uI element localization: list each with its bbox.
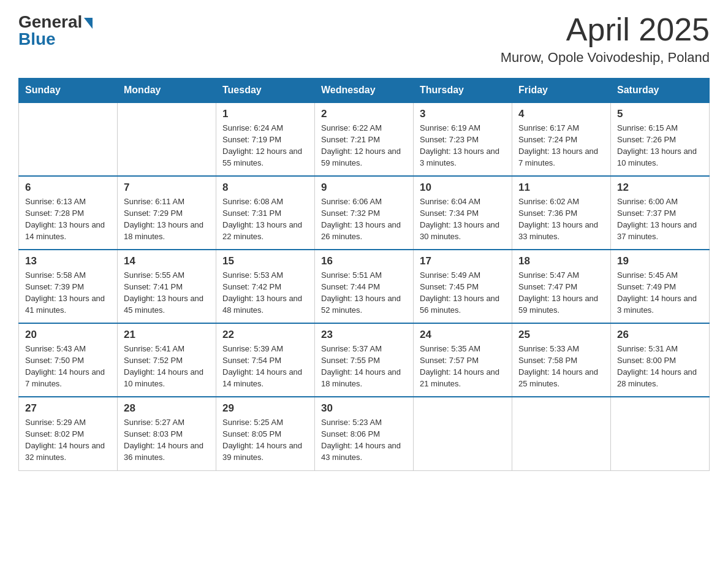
- calendar-cell: 16Sunrise: 5:51 AMSunset: 7:44 PMDayligh…: [315, 250, 414, 323]
- day-number: 3: [420, 108, 506, 120]
- calendar-cell: 23Sunrise: 5:37 AMSunset: 7:55 PMDayligh…: [315, 323, 414, 397]
- day-info: Sunrise: 5:29 AMSunset: 8:02 PMDaylight:…: [25, 417, 111, 463]
- day-info: Sunrise: 5:31 AMSunset: 8:00 PMDaylight:…: [617, 343, 703, 389]
- day-info: Sunrise: 6:11 AMSunset: 7:29 PMDaylight:…: [124, 196, 210, 242]
- calendar-cell: 29Sunrise: 5:25 AMSunset: 8:05 PMDayligh…: [216, 397, 315, 470]
- calendar-cell: 7Sunrise: 6:11 AMSunset: 7:29 PMDaylight…: [118, 176, 216, 250]
- calendar-cell: 11Sunrise: 6:02 AMSunset: 7:36 PMDayligh…: [512, 176, 611, 250]
- logo: General Blue: [18, 12, 93, 49]
- day-number: 15: [222, 255, 308, 267]
- calendar-cell: 8Sunrise: 6:08 AMSunset: 7:31 PMDaylight…: [216, 176, 315, 250]
- day-number: 1: [222, 108, 308, 120]
- calendar-week-1: 1Sunrise: 6:24 AMSunset: 7:19 PMDaylight…: [19, 102, 710, 176]
- day-number: 24: [420, 329, 506, 341]
- day-info: Sunrise: 5:23 AMSunset: 8:06 PMDaylight:…: [321, 417, 407, 463]
- weekday-header-saturday: Saturday: [611, 79, 710, 103]
- calendar-cell: 13Sunrise: 5:58 AMSunset: 7:39 PMDayligh…: [19, 250, 118, 323]
- calendar-cell: 10Sunrise: 6:04 AMSunset: 7:34 PMDayligh…: [414, 176, 512, 250]
- calendar-table: SundayMondayTuesdayWednesdayThursdayFrid…: [18, 78, 710, 471]
- day-number: 20: [25, 329, 111, 341]
- calendar-cell: [19, 102, 118, 176]
- month-year-title: April 2025: [501, 12, 710, 47]
- day-number: 11: [518, 182, 604, 194]
- calendar-cell: 28Sunrise: 5:27 AMSunset: 8:03 PMDayligh…: [118, 397, 216, 470]
- calendar-header: SundayMondayTuesdayWednesdayThursdayFrid…: [19, 79, 710, 103]
- day-number: 13: [25, 255, 111, 267]
- day-info: Sunrise: 6:08 AMSunset: 7:31 PMDaylight:…: [222, 196, 308, 242]
- calendar-cell: 17Sunrise: 5:49 AMSunset: 7:45 PMDayligh…: [414, 250, 512, 323]
- day-number: 8: [222, 182, 308, 194]
- day-number: 26: [617, 329, 703, 341]
- calendar-cell: 24Sunrise: 5:35 AMSunset: 7:57 PMDayligh…: [414, 323, 512, 397]
- day-number: 25: [518, 329, 604, 341]
- day-info: Sunrise: 5:47 AMSunset: 7:47 PMDaylight:…: [518, 270, 604, 316]
- calendar-cell: 26Sunrise: 5:31 AMSunset: 8:00 PMDayligh…: [611, 323, 710, 397]
- title-block: April 2025 Murow, Opole Voivodeship, Pol…: [501, 12, 710, 66]
- day-info: Sunrise: 5:55 AMSunset: 7:41 PMDaylight:…: [124, 270, 210, 316]
- day-number: 18: [518, 255, 604, 267]
- logo-blue-text: Blue: [18, 29, 56, 49]
- calendar-cell: 2Sunrise: 6:22 AMSunset: 7:21 PMDaylight…: [315, 102, 414, 176]
- day-info: Sunrise: 5:33 AMSunset: 7:58 PMDaylight:…: [518, 343, 604, 389]
- calendar-cell: 12Sunrise: 6:00 AMSunset: 7:37 PMDayligh…: [611, 176, 710, 250]
- day-info: Sunrise: 5:45 AMSunset: 7:49 PMDaylight:…: [617, 270, 703, 316]
- day-number: 28: [124, 402, 210, 415]
- calendar-cell: [512, 397, 611, 470]
- day-info: Sunrise: 6:13 AMSunset: 7:28 PMDaylight:…: [25, 196, 111, 242]
- weekday-header-sunday: Sunday: [19, 79, 118, 103]
- day-info: Sunrise: 5:27 AMSunset: 8:03 PMDaylight:…: [124, 417, 210, 463]
- weekday-header-monday: Monday: [118, 79, 216, 103]
- calendar-week-3: 13Sunrise: 5:58 AMSunset: 7:39 PMDayligh…: [19, 250, 710, 323]
- day-info: Sunrise: 5:49 AMSunset: 7:45 PMDaylight:…: [420, 270, 506, 316]
- page-header: General Blue April 2025 Murow, Opole Voi…: [18, 12, 710, 66]
- calendar-body: 1Sunrise: 6:24 AMSunset: 7:19 PMDaylight…: [19, 102, 710, 470]
- day-number: 27: [25, 402, 111, 415]
- day-number: 29: [222, 402, 308, 415]
- location-title: Murow, Opole Voivodeship, Poland: [501, 50, 710, 66]
- day-info: Sunrise: 5:51 AMSunset: 7:44 PMDaylight:…: [321, 270, 407, 316]
- day-info: Sunrise: 6:24 AMSunset: 7:19 PMDaylight:…: [222, 123, 308, 169]
- day-info: Sunrise: 5:43 AMSunset: 7:50 PMDaylight:…: [25, 343, 111, 389]
- day-number: 22: [222, 329, 308, 341]
- calendar-cell: 9Sunrise: 6:06 AMSunset: 7:32 PMDaylight…: [315, 176, 414, 250]
- calendar-cell: 30Sunrise: 5:23 AMSunset: 8:06 PMDayligh…: [315, 397, 414, 470]
- day-number: 12: [617, 182, 703, 194]
- day-info: Sunrise: 6:22 AMSunset: 7:21 PMDaylight:…: [321, 123, 407, 169]
- calendar-cell: 19Sunrise: 5:45 AMSunset: 7:49 PMDayligh…: [611, 250, 710, 323]
- day-info: Sunrise: 5:25 AMSunset: 8:05 PMDaylight:…: [222, 417, 308, 463]
- day-number: 6: [25, 182, 111, 194]
- day-number: 5: [617, 108, 703, 120]
- day-info: Sunrise: 6:04 AMSunset: 7:34 PMDaylight:…: [420, 196, 506, 242]
- day-info: Sunrise: 6:15 AMSunset: 7:26 PMDaylight:…: [617, 123, 703, 169]
- calendar-cell: 22Sunrise: 5:39 AMSunset: 7:54 PMDayligh…: [216, 323, 315, 397]
- calendar-cell: 4Sunrise: 6:17 AMSunset: 7:24 PMDaylight…: [512, 102, 611, 176]
- day-number: 2: [321, 108, 407, 120]
- calendar-cell: [414, 397, 512, 470]
- calendar-week-5: 27Sunrise: 5:29 AMSunset: 8:02 PMDayligh…: [19, 397, 710, 470]
- weekday-header-row: SundayMondayTuesdayWednesdayThursdayFrid…: [19, 79, 710, 103]
- day-info: Sunrise: 5:35 AMSunset: 7:57 PMDaylight:…: [420, 343, 506, 389]
- calendar-cell: 14Sunrise: 5:55 AMSunset: 7:41 PMDayligh…: [118, 250, 216, 323]
- calendar-cell: 18Sunrise: 5:47 AMSunset: 7:47 PMDayligh…: [512, 250, 611, 323]
- day-info: Sunrise: 6:02 AMSunset: 7:36 PMDaylight:…: [518, 196, 604, 242]
- day-info: Sunrise: 6:19 AMSunset: 7:23 PMDaylight:…: [420, 123, 506, 169]
- calendar-cell: [611, 397, 710, 470]
- calendar-week-2: 6Sunrise: 6:13 AMSunset: 7:28 PMDaylight…: [19, 176, 710, 250]
- day-info: Sunrise: 5:41 AMSunset: 7:52 PMDaylight:…: [124, 343, 210, 389]
- day-number: 21: [124, 329, 210, 341]
- calendar-cell: 27Sunrise: 5:29 AMSunset: 8:02 PMDayligh…: [19, 397, 118, 470]
- calendar-cell: 1Sunrise: 6:24 AMSunset: 7:19 PMDaylight…: [216, 102, 315, 176]
- calendar-cell: 20Sunrise: 5:43 AMSunset: 7:50 PMDayligh…: [19, 323, 118, 397]
- day-number: 23: [321, 329, 407, 341]
- day-number: 4: [518, 108, 604, 120]
- day-number: 10: [420, 182, 506, 194]
- calendar-cell: 21Sunrise: 5:41 AMSunset: 7:52 PMDayligh…: [118, 323, 216, 397]
- day-info: Sunrise: 5:37 AMSunset: 7:55 PMDaylight:…: [321, 343, 407, 389]
- day-number: 19: [617, 255, 703, 267]
- day-info: Sunrise: 6:17 AMSunset: 7:24 PMDaylight:…: [518, 123, 604, 169]
- calendar-cell: [118, 102, 216, 176]
- calendar-week-4: 20Sunrise: 5:43 AMSunset: 7:50 PMDayligh…: [19, 323, 710, 397]
- calendar-cell: 5Sunrise: 6:15 AMSunset: 7:26 PMDaylight…: [611, 102, 710, 176]
- day-number: 30: [321, 402, 407, 415]
- weekday-header-tuesday: Tuesday: [216, 79, 315, 103]
